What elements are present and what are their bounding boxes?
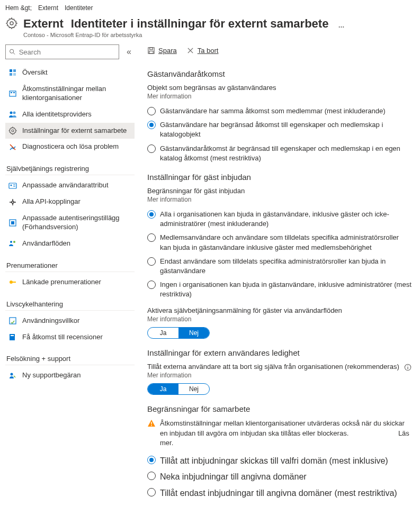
svg-rect-23 (12, 282, 16, 283)
sidebar-item-api-connectors[interactable]: Alla API-kopplingar (5, 194, 135, 210)
radio-invite-none[interactable]: Ingen i organisationen kan bjuda in gäst… (147, 278, 412, 301)
sidebar-item-label: Diagnosticera och lösa problem (22, 142, 119, 151)
radio-invite-members[interactable]: Medlemsanvändare och användare som tilld… (147, 231, 412, 254)
breadcrumb-external[interactable]: Externt (38, 4, 58, 12)
svg-rect-6 (13, 73, 16, 76)
save-icon (147, 47, 155, 55)
sidebar-item-label: Anpassade användarattribut (22, 181, 109, 190)
radio-icon (147, 472, 156, 480)
svg-rect-5 (10, 73, 12, 76)
svg-rect-36 (151, 422, 151, 424)
breadcrumb-identities[interactable]: Identiteter (65, 4, 93, 12)
radio-guest-limited[interactable]: Gästanvändare har begränsad åtkomst till… (147, 118, 412, 141)
sidebar-item-overview[interactable]: Översikt (5, 65, 135, 81)
radio-collab-allow-only[interactable]: Tillåt endast inbjudningar till angivna … (147, 485, 412, 501)
sidebar-item-diagnose[interactable]: Diagnosticera och lösa problem (5, 139, 135, 155)
radio-label: Gästanvändaråtkomst är begränsad till eg… (160, 144, 412, 163)
nav-group-subscriptions: Prenumerationer (5, 256, 135, 272)
breadcrumb-home[interactable]: Hem &gt; (5, 4, 32, 12)
info-icon[interactable] (404, 364, 412, 371)
more-info-link[interactable]: Mer information (147, 372, 412, 379)
radio-guest-restricted[interactable]: Gästanvändaråtkomst är begränsad till eg… (147, 142, 412, 165)
toggle-no[interactable]: Nej (178, 328, 209, 338)
svg-point-12 (12, 130, 14, 132)
svg-rect-13 (9, 183, 16, 188)
sidebar-item-auth-extensions[interactable]: Anpassade autentiseringstillägg (Förhand… (5, 210, 135, 236)
svg-line-2 (13, 53, 15, 55)
page-subtitle: Contoso - Microsoft Entrap-ID för arbets… (23, 32, 344, 38)
sidebar-item-providers[interactable]: Alla identitetsproviders (5, 106, 135, 123)
main-content: Spara Ta bort Gästanvändaråtkomst Objekt… (135, 44, 420, 517)
save-label: Spara (158, 47, 177, 55)
radio-collab-allow-any[interactable]: Tillåt att inbjudningar skickas till val… (147, 453, 412, 469)
svg-point-21 (13, 241, 15, 243)
more-info-link[interactable]: Mer information (147, 196, 412, 203)
sidebar-item-terms[interactable]: Användningsvillkor (5, 313, 135, 329)
breadcrumb: Hem &gt; Externt Identiteter (0, 0, 420, 14)
svg-point-10 (10, 112, 13, 114)
more-info-link[interactable]: Mer information (147, 93, 412, 100)
section-guest-access-title: Gästanvändaråtkomst (147, 69, 412, 78)
toggle-no[interactable]: Nej (178, 384, 209, 394)
sidebar-item-label: Anpassade autentiseringstillägg (Förhand… (22, 214, 131, 232)
toggle-yes[interactable]: Ja (148, 384, 178, 394)
svg-point-0 (10, 22, 13, 25)
sidebar-item-label: Användarflöden (22, 239, 70, 248)
terms-icon (8, 317, 17, 325)
collapse-sidebar-button[interactable]: « (123, 47, 135, 57)
nav-group-lifecycle: Livscykelhantering (5, 295, 135, 311)
search-field[interactable] (19, 48, 115, 56)
radio-label: Medlemsanvändare och användare som tilld… (160, 233, 412, 252)
guest-access-radio-group: Gästanvändare har samma åtkomst som medl… (147, 104, 412, 165)
svg-point-35 (407, 366, 408, 366)
radio-invite-admins[interactable]: Endast användare som tilldelats specifik… (147, 255, 412, 278)
sidebar-item-linked-subs[interactable]: Länkade prenumerationer (5, 274, 135, 291)
svg-rect-4 (13, 69, 16, 72)
collab-warning: Åtkomstinställningar mellan klientorgani… (147, 419, 412, 448)
delete-button[interactable]: Ta bort (186, 47, 219, 55)
section-collab-title: Begränsningar för samarbete (147, 404, 412, 413)
toggle-yes[interactable]: Ja (148, 328, 178, 338)
sidebar-item-collab-settings[interactable]: Inställningar för externt samarbete (5, 123, 135, 139)
sidebar-item-user-flows[interactable]: Användarflöden (5, 236, 135, 252)
more-menu[interactable]: … (338, 22, 344, 29)
radio-label: Gästanvändare har begränsad åtkomst till… (160, 120, 412, 139)
radio-icon (147, 281, 156, 289)
svg-rect-26 (11, 335, 14, 336)
radio-label: Endast användare som tilldelats specifik… (160, 257, 412, 276)
svg-point-11 (13, 112, 16, 114)
radio-icon (147, 107, 156, 115)
invite-radio-group: Alla i organisationen kan bjuda in gästa… (147, 207, 412, 302)
svg-point-14 (11, 184, 12, 186)
sidebar-item-label: Åtkomstinställningar mellan klientorgani… (22, 85, 131, 103)
extension-icon (8, 219, 17, 227)
svg-rect-30 (149, 51, 154, 53)
sidebar-item-label: Alla identitetsproviders (22, 110, 92, 119)
svg-point-1 (10, 49, 14, 53)
search-input[interactable] (5, 44, 119, 59)
sidebar-item-new-support[interactable]: Ny supportbegäran (5, 367, 135, 384)
nav-group-selfservice: Självbetjänings registrering (5, 159, 135, 175)
more-info-link[interactable]: Mer information (147, 315, 412, 323)
section-guest-access-sub: Objekt som begränsas av gästanvändares (147, 84, 412, 92)
radio-guest-same-access[interactable]: Gästanvändare har samma åtkomst som medl… (147, 104, 412, 118)
warning-icon (147, 419, 156, 428)
sidebar-item-label: Användningsvillkor (22, 317, 79, 326)
warning-text: Åtkomstinställningar mellan klientorgani… (160, 419, 405, 437)
radio-collab-deny[interactable]: Neka inbjudningar till angivna domäner (147, 469, 412, 485)
page-title: Externt Identiteter i inställningar för … (23, 17, 344, 31)
radio-icon (147, 456, 156, 464)
sidebar-item-label: Översikt (22, 68, 48, 77)
section-invite-title: Inställningar för gäst inbjudan (147, 173, 412, 182)
sidebar-item-label: Alla API-kopplingar (22, 197, 81, 206)
self-signup-label: Aktivera självbetjäningsanmälning för gä… (147, 306, 412, 314)
leave-toggle[interactable]: Ja Nej (147, 383, 210, 395)
radio-icon (147, 121, 156, 129)
svg-rect-25 (10, 334, 15, 340)
sidebar-item-cross-tenant[interactable]: Åtkomstinställningar mellan klientorgani… (5, 81, 135, 106)
sidebar-item-access-reviews[interactable]: Få åtkomst till recensioner (5, 329, 135, 346)
save-button[interactable]: Spara (147, 47, 177, 55)
radio-invite-all[interactable]: Alla i organisationen kan bjuda in gästa… (147, 207, 412, 231)
self-signup-toggle[interactable]: Ja Nej (147, 327, 210, 339)
sidebar-item-custom-attrs[interactable]: Anpassade användarattribut (5, 177, 135, 194)
